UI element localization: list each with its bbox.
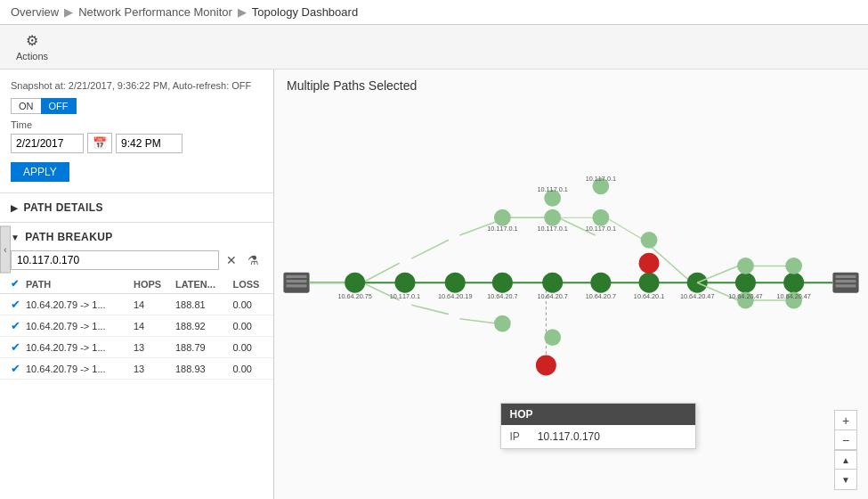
- main-layout: Snapshot at: 2/21/2017, 9:36:22 PM, Auto…: [0, 70, 868, 499]
- calendar-button[interactable]: 📅: [87, 133, 112, 153]
- table-row[interactable]: ✔ 10.64.20.79 -> 1... 14 188.92 0.00: [0, 315, 273, 337]
- toolbar: ⚙ Actions: [0, 25, 868, 70]
- node-upper-1[interactable]: [494, 209, 511, 226]
- node-10[interactable]: [783, 273, 804, 293]
- hop-tooltip-header: HOP: [501, 404, 695, 425]
- svg-text:10.64.20.7: 10.64.20.7: [487, 292, 517, 300]
- node-red-1[interactable]: [639, 253, 660, 274]
- svg-text:10.117.0.1: 10.117.0.1: [586, 225, 616, 233]
- node-lower-1[interactable]: [494, 315, 511, 332]
- node-upper-6[interactable]: [641, 232, 658, 249]
- right-panel: Multiple Paths Selected: [274, 70, 868, 499]
- col-hops: HOPS: [134, 274, 175, 294]
- row-loss: 0.00: [233, 315, 274, 337]
- breadcrumb: Overview ▶ Network Performance Monitor ▶…: [0, 0, 868, 25]
- apply-button[interactable]: APPLY: [11, 162, 69, 182]
- col-latency: LATEN...: [175, 274, 233, 294]
- search-row: ✕ ⚗: [0, 248, 273, 274]
- zoom-out-button[interactable]: −: [835, 430, 856, 450]
- breadcrumb-monitor[interactable]: Network Performance Monitor: [78, 5, 232, 19]
- svg-text:10.64.20.19: 10.64.20.19: [438, 292, 472, 300]
- row-latency: 188.92: [175, 315, 233, 337]
- node-red-2[interactable]: [536, 355, 556, 375]
- node-7[interactable]: [639, 273, 660, 293]
- svg-text:10.117.0.1: 10.117.0.1: [537, 225, 567, 233]
- row-latency: 188.93: [175, 358, 233, 380]
- divider-2: [0, 222, 273, 223]
- row-loss: 0.00: [233, 358, 274, 380]
- col-path: PATH: [26, 274, 134, 294]
- node-9[interactable]: [735, 273, 756, 293]
- node-1[interactable]: [345, 273, 365, 293]
- svg-rect-3: [287, 284, 307, 287]
- svg-text:10.64.20.7: 10.64.20.7: [537, 292, 567, 300]
- node-lr-4[interactable]: [785, 258, 802, 274]
- path-search-input[interactable]: [11, 250, 219, 270]
- node-6[interactable]: [590, 273, 611, 293]
- hop-tooltip: HOP IP 10.117.0.170: [500, 403, 696, 449]
- node-4[interactable]: [492, 273, 513, 293]
- panel-collapse-handle[interactable]: ‹: [0, 226, 11, 274]
- clear-button[interactable]: ✕: [223, 251, 240, 269]
- table-row[interactable]: ✔ 10.64.20.79 -> 1... 13 188.79 0.00: [0, 337, 273, 358]
- row-latency: 188.81: [175, 294, 233, 315]
- row-loss: 0.00: [233, 337, 274, 358]
- scroll-up-button[interactable]: ▲: [835, 450, 856, 470]
- row-hops: 14: [134, 294, 175, 315]
- svg-rect-1: [287, 275, 307, 278]
- row-check[interactable]: ✔: [0, 294, 26, 315]
- node-lower-2[interactable]: [544, 329, 561, 346]
- time-section: Time 📅: [0, 118, 273, 159]
- toggle-off-button[interactable]: OFF: [41, 98, 77, 114]
- path-details-header[interactable]: ▶ PATH DETAILS: [0, 197, 273, 218]
- filter-button[interactable]: ⚗: [244, 251, 263, 269]
- actions-button[interactable]: ⚙ Actions: [11, 30, 53, 63]
- row-path: 10.64.20.79 -> 1...: [26, 337, 134, 358]
- breadcrumb-overview[interactable]: Overview: [11, 5, 59, 19]
- table-row[interactable]: ✔ 10.64.20.79 -> 1... 14 188.81 0.00: [0, 294, 273, 315]
- row-hops: 13: [134, 358, 175, 380]
- toggle-on-button[interactable]: ON: [11, 98, 41, 114]
- breadcrumb-dashboard: Topology Dashboard: [252, 5, 358, 19]
- autorefresh-toggle: ON OFF: [0, 96, 273, 118]
- node-5[interactable]: [542, 273, 563, 293]
- row-latency: 188.79: [175, 337, 233, 358]
- row-path: 10.64.20.79 -> 1...: [26, 315, 134, 337]
- time-input[interactable]: [116, 134, 183, 153]
- zoom-controls: + − ▲ ▼: [834, 410, 857, 490]
- row-check[interactable]: ✔: [0, 315, 26, 337]
- svg-text:10.117.0.1: 10.117.0.1: [390, 292, 420, 300]
- row-hops: 13: [134, 337, 175, 358]
- col-loss: LOSS: [233, 274, 274, 294]
- svg-text:10.117.0.1: 10.117.0.1: [586, 175, 616, 183]
- svg-rect-6: [836, 284, 856, 287]
- table-header-row: ✔ PATH HOPS LATEN... LOSS: [0, 274, 273, 294]
- check-icon: ✔: [11, 278, 19, 289]
- col-check: ✔: [0, 274, 26, 294]
- panel-title: Multiple Paths Selected: [274, 70, 868, 98]
- row-path: 10.64.20.79 -> 1...: [26, 358, 134, 380]
- snapshot-info: Snapshot at: 2/21/2017, 9:36:22 PM, Auto…: [0, 77, 273, 96]
- svg-rect-5: [836, 280, 856, 282]
- zoom-in-button[interactable]: +: [835, 411, 856, 430]
- node-upper-4[interactable]: [544, 209, 561, 226]
- hop-ip-label: IP: [510, 430, 520, 443]
- node-upper-5[interactable]: [592, 209, 609, 226]
- paths-table: ✔ PATH HOPS LATEN... LOSS ✔ 10.64.20.79 …: [0, 274, 273, 380]
- hop-ip-value: 10.117.0.170: [538, 430, 600, 443]
- svg-text:10.64.20.47: 10.64.20.47: [680, 292, 714, 300]
- node-3[interactable]: [445, 273, 466, 293]
- table-row[interactable]: ✔ 10.64.20.79 -> 1... 13 188.93 0.00: [0, 358, 273, 380]
- row-check[interactable]: ✔: [0, 337, 26, 358]
- date-input[interactable]: [11, 134, 84, 153]
- time-inputs: 📅: [11, 133, 263, 153]
- node-lr-2[interactable]: [737, 258, 754, 274]
- row-loss: 0.00: [233, 294, 274, 315]
- path-breakup-header[interactable]: ▼ PATH BREAKUP: [0, 226, 273, 248]
- scroll-down-button[interactable]: ▼: [835, 470, 856, 489]
- row-check[interactable]: ✔: [0, 358, 26, 380]
- check-icon: ✔: [11, 340, 20, 354]
- node-2[interactable]: [394, 273, 415, 293]
- left-panel: Snapshot at: 2/21/2017, 9:36:22 PM, Auto…: [0, 70, 274, 499]
- svg-text:10.117.0.1: 10.117.0.1: [487, 225, 517, 233]
